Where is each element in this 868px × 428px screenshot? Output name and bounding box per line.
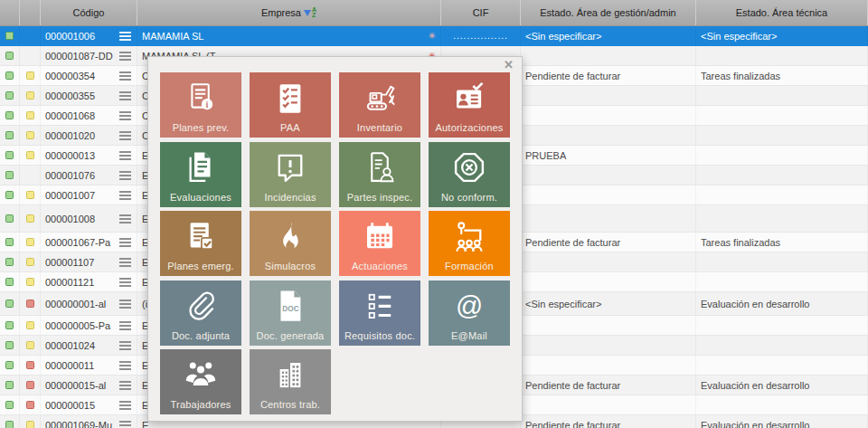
module-tile-evaluaciones[interactable]: Evaluaciones [160,142,241,207]
estado-tecnica-cell [696,252,868,271]
tile-label: Incidencias [264,192,316,207]
row-menu-icon[interactable] [119,71,131,81]
close-icon[interactable]: ✕ [504,59,514,71]
module-tile-partes-inspec[interactable]: Partes inspec. [339,142,420,207]
codigo-value: 000000005-Pa [45,320,110,331]
yellow-status-square-icon [26,71,34,80]
row-menu-icon[interactable] [119,361,131,370]
yellow-status-square-icon [26,191,34,199]
autorizaciones-idcard-icon [450,72,488,122]
estado-gestion-cell [521,126,696,145]
row-menu-icon[interactable] [119,191,131,200]
tile-label: Planes prev. [173,122,230,138]
row-menu-icon[interactable] [119,258,131,267]
simulacros-flame-icon [271,211,309,261]
codigo-value: 000001020 [45,130,95,141]
estado-gestion-cell [521,205,696,232]
module-tile-grid: iPlanes prev.PAAInventarioAutorizaciones… [160,72,510,414]
row-menu-icon[interactable] [119,151,131,160]
codigo-cell: 000000005-Pa [41,316,137,335]
row-menu-icon[interactable] [119,91,131,100]
row-menu-icon[interactable] [119,381,131,390]
estado-tecnica-cell [696,395,868,414]
module-tile-e-mail[interactable]: @E@Mail [429,281,510,346]
yellow-status-square-icon [26,214,34,223]
codigo-cell: 000001087-DD [41,46,137,65]
header-estado-gestion[interactable]: Estado. Área de gestión/admin [521,0,696,25]
row-menu-icon[interactable] [119,32,131,41]
module-tile-doc-adjunta[interactable]: Doc. adjunta [160,281,241,346]
row-menu-icon[interactable] [119,238,131,247]
tile-label: Formación [445,261,494,276]
row-status-cell-1 [0,356,20,375]
company-modules-modal: ✕ iPlanes prev.PAAInventarioAutorizacion… [147,56,523,422]
row-status-cell-2 [20,376,41,395]
row-menu-icon[interactable] [119,111,131,120]
row-menu-icon[interactable] [119,341,131,350]
red-status-square-icon [26,401,34,409]
row-status-cell-2 [20,86,41,105]
table-row[interactable]: 000001006MAMAMIA SL✳................<Sin… [0,26,868,46]
estado-gestion-cell [521,272,696,291]
header-codigo[interactable]: Código [41,0,137,25]
yellow-status-square-icon [26,131,34,139]
module-tile-actuaciones[interactable]: Actuaciones [339,211,420,276]
header-indicator-2[interactable] [20,0,41,25]
codigo-value: 000000355 [45,90,95,101]
module-tile-doc-generada[interactable]: DOCDoc. generada [250,281,331,346]
row-menu-icon[interactable] [119,421,131,428]
planes-emerg-doc-check-icon [182,211,220,261]
row-menu-icon[interactable] [119,278,131,287]
green-status-square-icon [5,71,14,80]
header-estado-tecnica[interactable]: Estado. Área técnica [696,0,868,25]
header-indicator-1[interactable] [0,0,20,25]
estado-tecnica-cell [696,86,868,105]
module-tile-autorizaciones[interactable]: Autorizaciones [429,72,510,138]
header-empresa[interactable]: Empresa AZ [137,0,441,25]
requisitos-doc-list-icon [361,281,399,330]
codigo-value: 000000015 [45,400,95,411]
module-tile-inventario[interactable]: Inventario [339,72,420,138]
module-tile-simulacros[interactable]: Simulacros [250,211,331,276]
row-menu-icon[interactable] [119,401,131,410]
header-cif[interactable]: CIF [441,0,521,25]
row-menu-icon[interactable] [119,214,131,224]
module-tile-no-conform[interactable]: No conform. [429,142,510,207]
row-menu-icon[interactable] [119,52,131,61]
estado-gestion-cell: <Sin especificar> [521,292,696,315]
module-tile-planes-emerg[interactable]: Planes emerg. [160,211,241,276]
estado-gestion-cell [521,316,696,335]
header-empresa-label: Empresa [261,7,301,18]
row-status-cell-2 [20,415,41,428]
row-menu-icon[interactable] [119,321,131,330]
module-tile-centros-trab[interactable]: Centros trab. [250,349,331,414]
row-status-cell-1 [0,185,20,204]
row-menu-icon[interactable] [119,300,131,309]
module-tile-formaci-n[interactable]: Formación [429,211,510,276]
estado-gestion-cell: Pendiente de facturar [521,415,696,428]
yellow-status-square-icon [26,321,34,329]
centros-trab-buildings-icon [271,349,309,399]
row-status-cell-2 [20,395,41,414]
module-tile-trabajadores[interactable]: Trabajadores [160,349,241,414]
row-status-cell-1 [0,415,20,428]
red-status-square-icon [26,361,34,369]
codigo-cell: 000000011 [41,356,137,375]
module-tile-requisitos-doc[interactable]: Requisitos doc. [339,281,420,346]
module-tile-incidencias[interactable]: Incidencias [250,142,331,207]
red-status-square-icon [26,300,34,308]
estado-tecnica-cell [696,316,868,335]
module-tile-planes-prev[interactable]: iPlanes prev. [160,72,241,138]
green-status-square-icon [5,278,14,286]
empresa-value: MAMAMIA SL [142,31,203,42]
inventario-excavator-icon [361,72,399,122]
row-menu-icon[interactable] [119,171,131,180]
tile-label: E@Mail [451,330,487,346]
estado-gestion-cell [521,336,696,355]
sort-az-desc-icon[interactable]: AZ [304,7,316,18]
row-menu-icon[interactable] [119,131,131,140]
module-tile-paa[interactable]: PAA [250,72,331,138]
codigo-cell: 000001068 [41,106,137,125]
svg-text:@: @ [456,290,483,320]
estado-tecnica-cell: Tareas finalizadas [696,233,868,252]
